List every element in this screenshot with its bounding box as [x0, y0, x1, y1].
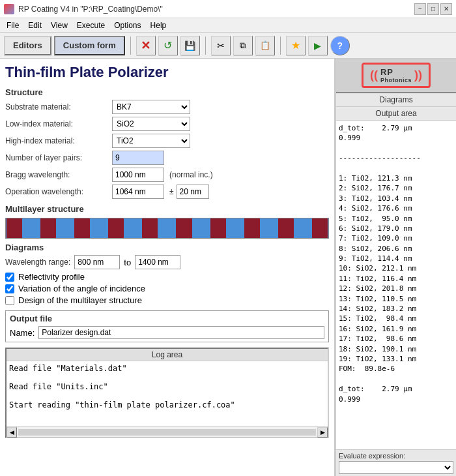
structure-section-label: Structure	[5, 87, 329, 97]
output-name-row: Name:	[10, 326, 324, 339]
refresh-button[interactable]: ↺	[158, 36, 178, 55]
operation-pm: ±	[169, 187, 174, 196]
layer-19	[312, 218, 328, 238]
low-index-select[interactable]: SiO2	[112, 117, 190, 131]
right-output-content[interactable]: d_tot: 2.79 µm 0.999 -------------------…	[336, 121, 456, 449]
output-layer-8: 8: SiO2, 206.6 nm	[339, 244, 453, 254]
num-pairs-input[interactable]	[112, 151, 164, 165]
menu-view[interactable]: View	[47, 20, 72, 31]
left-panel: Thin-film Plate Polarizer Structure Subs…	[0, 59, 335, 476]
right-diagrams-label: Diagrams	[336, 93, 456, 107]
output-line-sep	[339, 143, 453, 153]
editors-tab[interactable]: Editors	[4, 36, 51, 55]
save-button[interactable]: 💾	[180, 36, 200, 55]
output-file-section: Output file Name:	[5, 310, 329, 342]
checkbox-design-input[interactable]	[5, 296, 14, 305]
log-line-1: Read file "Materials.dat"	[9, 364, 325, 373]
log-content: Read file "Materials.dat" Read file "Uni…	[7, 361, 328, 426]
app-icon	[4, 4, 14, 14]
layer-5	[74, 218, 90, 238]
help-button[interactable]: ?	[330, 36, 350, 55]
menu-bar: File Edit View Execute Options Help	[0, 18, 456, 33]
wavelength-row: Wavelength range: to	[5, 255, 329, 269]
log-area: Log area Read file "Materials.dat" Read …	[5, 348, 329, 438]
output-layer-17: 17: TiO2, 98.6 nm	[339, 334, 453, 344]
paste-button[interactable]: 📋	[255, 36, 275, 55]
maximize-button[interactable]: □	[427, 3, 439, 15]
bragg-label: Bragg wavelength:	[5, 170, 109, 179]
page-title: Thin-film Plate Polarizer	[5, 64, 329, 81]
log-scroll-right[interactable]: ▶	[317, 427, 328, 438]
operation-input[interactable]	[112, 185, 164, 199]
layer-8	[125, 218, 141, 238]
copy-button[interactable]: ⧉	[233, 36, 253, 55]
checkbox-design: Design of the multilayer structure	[5, 295, 329, 305]
main-layout: Thin-film Plate Polarizer Structure Subs…	[0, 59, 456, 476]
substrate-select[interactable]: BK7	[112, 100, 190, 114]
output-line-dtot1: d_tot: 2.79 µm	[339, 123, 453, 133]
operation-label: Operation wavelength:	[5, 187, 109, 196]
cut-button[interactable]: ✂	[211, 36, 231, 55]
bragg-input[interactable]	[112, 168, 164, 182]
layer-1	[7, 218, 22, 238]
layer-18	[295, 218, 311, 238]
rp-logo-inner: (( RP Photonics ))	[362, 63, 431, 88]
layer-13	[210, 218, 226, 238]
diagrams-section: Diagrams Wavelength range: to Reflectivi…	[5, 243, 329, 305]
menu-execute[interactable]: Execute	[73, 20, 109, 31]
close-button[interactable]: ✕	[440, 3, 452, 15]
layer-2	[23, 218, 39, 238]
minimize-button[interactable]: −	[414, 3, 426, 15]
output-line-blank	[339, 164, 453, 173]
output-layer-9: 9: TiO2, 114.4 nm	[339, 254, 453, 263]
log-scroll-left[interactable]: ◀	[7, 427, 17, 438]
output-layer-2: 2: SiO2, 176.7 nm	[339, 183, 453, 193]
log-scroll-track[interactable]	[18, 429, 316, 436]
wavelength-to-input[interactable]	[135, 255, 180, 269]
evaluate-section: Evaluate expression:	[336, 449, 456, 476]
checkbox-reflectivity-input[interactable]	[5, 273, 14, 282]
checkbox-angle-input[interactable]	[5, 284, 14, 293]
output-layer-7: 7: TiO2, 109.0 nm	[339, 233, 453, 243]
right-output-label: Output area	[336, 107, 456, 121]
menu-edit[interactable]: Edit	[24, 20, 46, 31]
evaluate-input[interactable]	[339, 461, 453, 474]
output-layer-15: 15: TiO2, 98.4 nm	[339, 314, 453, 323]
substrate-label: Substrate material:	[5, 102, 109, 112]
output-layer-11: 11: TiO2, 116.4 nm	[339, 274, 453, 284]
run-button[interactable]: ▶	[308, 36, 328, 55]
menu-options[interactable]: Options	[110, 20, 145, 31]
layer-3	[40, 218, 56, 238]
checkbox-reflectivity-label: Reflectivity profile	[18, 272, 85, 282]
high-index-label: High-index material:	[5, 136, 109, 145]
stop-button[interactable]: ✕	[136, 36, 156, 55]
output-layer-5: 5: TiO2, 95.0 nm	[339, 214, 453, 224]
output-layer-13: 13: TiO2, 110.5 nm	[339, 294, 453, 304]
high-index-select[interactable]: TiO2	[112, 134, 190, 148]
output-name-input[interactable]	[38, 326, 324, 339]
layer-6	[91, 218, 107, 238]
layer-9	[142, 218, 158, 238]
multilayer-visual	[5, 218, 329, 239]
layer-15	[244, 218, 260, 238]
wavelength-from-input[interactable]	[74, 255, 120, 269]
star-button[interactable]: ★	[286, 36, 306, 55]
rp-logo: (( RP Photonics ))	[336, 59, 456, 93]
rp-parens-left: ((	[370, 68, 378, 82]
log-line-4	[9, 391, 325, 400]
menu-help[interactable]: Help	[147, 20, 171, 31]
output-blank2	[339, 374, 453, 384]
custom-form-tab[interactable]: Custom form	[54, 36, 125, 55]
title-bar: RP Coating V4 in "P:\RP_Coating\Demo\" −…	[0, 0, 456, 18]
menu-file[interactable]: File	[3, 20, 23, 31]
low-index-label: Low-index material:	[5, 119, 109, 128]
title-bar-controls: − □ ✕	[414, 3, 452, 15]
operation-range-input[interactable]	[177, 185, 209, 199]
layer-14	[227, 218, 243, 238]
toolbar-separator-3	[280, 37, 281, 55]
diagrams-section-label: Diagrams	[5, 243, 329, 252]
output-layer-4: 4: SiO2, 176.6 nm	[339, 203, 453, 213]
substrate-row: Substrate material: BK7	[5, 100, 329, 114]
checkbox-angle-label: Variation of the angle of incidence	[18, 284, 145, 293]
rp-parens-right: ))	[414, 68, 422, 82]
